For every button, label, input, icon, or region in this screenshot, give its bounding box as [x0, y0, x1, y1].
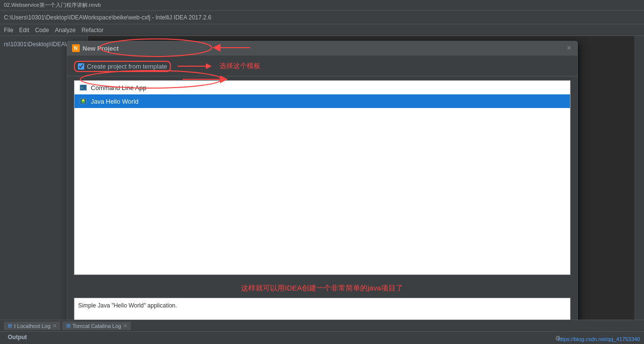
template-item-hellworld[interactable]: Java Hello World	[74, 94, 570, 108]
dialog-title-icon: N	[72, 44, 80, 52]
dialog-title-bar: N New Project ×	[67, 41, 577, 55]
top-bar: 02.Webservice第一个入门程序讲解.rmvb	[0, 0, 644, 11]
checkbox-row: Create project from template 选择这个模板	[67, 55, 577, 76]
dialog-close-button[interactable]: ×	[566, 44, 572, 52]
tab-close-localhost[interactable]: ✕	[53, 323, 56, 328]
annotation-checkbox-text: 选择这个模板	[220, 62, 260, 71]
create-from-template-checkbox[interactable]	[78, 63, 84, 70]
video-title: 02.Webservice第一个入门程序讲解.rmvb	[4, 1, 101, 9]
server-icon-2: ⊞	[66, 323, 71, 329]
description-text: Simple Java "Hello World" application.	[78, 302, 177, 309]
template-item-commandline[interactable]: >_ Command Line App	[74, 81, 570, 94]
tab-localhost-log[interactable]: ⊞ t Localhost Log ✕	[4, 322, 60, 330]
tab-close-catalina[interactable]: ✕	[123, 323, 127, 328]
tab-catalina-label: Tomcat Catalina Log	[73, 323, 121, 329]
arrow-right-icon	[178, 60, 217, 72]
server-icon-1: ⊞	[8, 323, 12, 329]
dialog-overlay: N New Project × Create project from temp…	[0, 36, 644, 320]
template-name-commandline: Command Line App	[91, 84, 147, 91]
checkbox-border-highlight: Create project from template	[74, 61, 171, 72]
tab-localhost-label: t Localhost Log	[14, 323, 51, 329]
tabs-row: ⊞ t Localhost Log ✕ ⊞ Tomcat Catalina Lo…	[0, 320, 644, 332]
ide-title-bar: C:\Users\10301\Desktop\IDEAWorkspace\bei…	[0, 11, 644, 24]
dialog-title: N New Project	[72, 44, 119, 52]
javahelloworld-icon	[79, 97, 87, 105]
status-url-link[interactable]: https://blog.csdn.net/qq_41753340	[558, 336, 640, 342]
tab-catalina-log[interactable]: ⊞ Tomcat Catalina Log ✕	[62, 322, 131, 330]
new-project-dialog: N New Project × Create project from temp…	[67, 41, 578, 344]
menu-bar: File Edit Code Analyze Refactor	[0, 24, 644, 36]
svg-point-8	[82, 99, 84, 101]
commandline-icon: >_	[79, 84, 87, 91]
menu-analyze[interactable]: Analyze	[55, 27, 76, 34]
bottom-annotation: 这样就可以用IDEA创建一个非常简单的java项目了	[67, 279, 577, 298]
menu-file[interactable]: File	[4, 27, 13, 34]
menu-edit[interactable]: Edit	[19, 27, 29, 34]
output-label: Output	[4, 333, 31, 342]
status-bar: ⊞ t Localhost Log ✕ ⊞ Tomcat Catalina Lo…	[0, 320, 644, 344]
menu-refactor[interactable]: Refactor	[81, 27, 103, 34]
dialog-body: Create project from template 选择这个模板	[67, 55, 577, 331]
create-from-template-label: Create project from template	[87, 63, 167, 70]
menu-code[interactable]: Code	[35, 27, 49, 34]
template-list[interactable]: >_ Command Line App Java Hello World	[74, 80, 570, 275]
template-name-hellworld: Java Hello World	[91, 98, 139, 105]
svg-text:>_: >_	[81, 86, 85, 90]
ide-title: C:\Users\10301\Desktop\IDEAWorkspace\bei…	[4, 14, 211, 21]
